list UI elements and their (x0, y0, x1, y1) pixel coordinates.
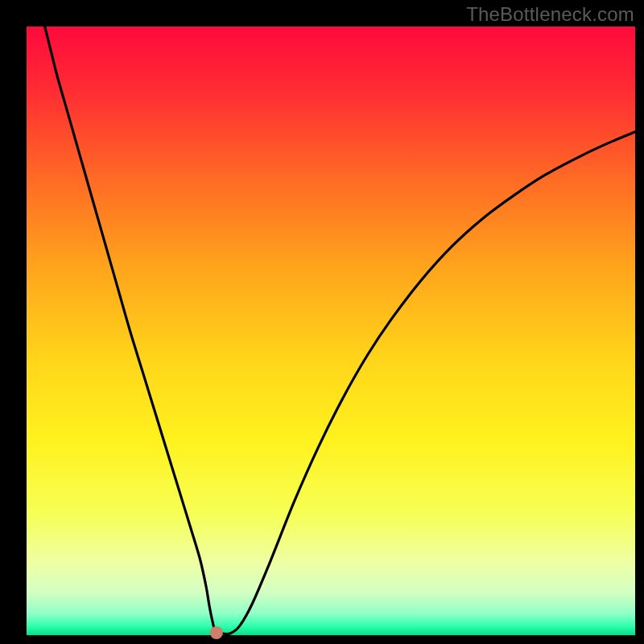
chart-frame: TheBottleneck.com (0, 0, 644, 644)
bottleneck-chart (0, 0, 644, 644)
plot-background (27, 27, 635, 635)
watermark-text: TheBottleneck.com (466, 3, 634, 26)
optimum-marker (210, 626, 223, 639)
